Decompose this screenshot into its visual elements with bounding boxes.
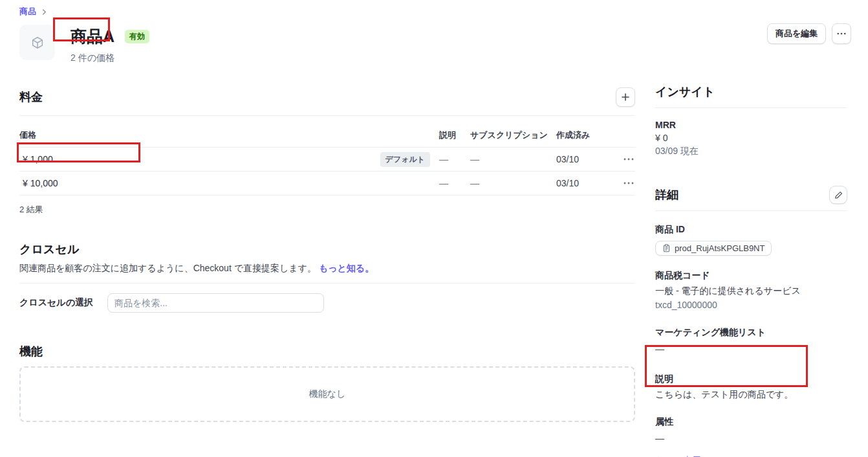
cube-icon [30,36,45,50]
product-search-input[interactable] [107,293,324,313]
row-overflow-menu-button[interactable] [622,155,635,163]
price-value: ¥ 10,000 [19,178,58,188]
tax-code-name: 一般 - 電子的に提供されるサービス [655,285,847,297]
edit-details-button[interactable] [829,186,847,204]
col-header-subscription: サブスクリプション [470,129,556,141]
insights-title: インサイト [655,84,715,100]
mrr-value: ¥ 0 [655,133,847,143]
clipboard-icon [662,244,671,252]
col-header-created: 作成済み [556,129,609,141]
features-title: 機能 [19,344,635,359]
marketing-features-value: — [655,344,847,354]
col-header-description: 説明 [439,129,470,141]
pricing-section-header: 料金 [19,87,635,116]
plus-icon [621,93,630,102]
main-column: 商品 商品A 有効 2 件の価格 [19,0,635,457]
row-overflow-menu-button[interactable] [622,179,635,187]
product-detail-page: 商品 商品A 有効 2 件の価格 [0,0,868,457]
pricing-title: 料金 [19,89,43,105]
more-actions-button[interactable] [832,23,851,44]
description-value: こちらは、テスト用の商品です。 [655,389,847,401]
pricing-table-header: 価格 説明 サブスクリプション 作成済み [19,129,635,148]
details-section-header: 詳細 [655,186,847,211]
right-sidebar: インサイト MRR ¥ 0 03/09 現在 詳細 商品 ID prod_Ruj… [655,84,847,457]
price-row[interactable]: ¥ 10,000 — — 03/10 [19,172,635,195]
ellipsis-icon [624,182,634,184]
pencil-icon [834,191,843,199]
breadcrumb-products-link[interactable]: 商品 [19,6,36,17]
attributes-label: 属性 [655,416,847,428]
description-label: 説明 [655,373,847,385]
product-id-label: 商品 ID [655,224,847,236]
cross-sell-select-label: クロスセルの選択 [19,297,107,309]
details-title: 詳細 [655,187,678,203]
attributes-value: — [655,433,847,443]
col-header-price: 価格 [19,129,36,141]
chevron-right-icon [41,9,47,15]
header-actions: 商品を編集 [767,23,851,44]
insights-section-header: インサイト [655,84,847,108]
price-subscription: — [470,154,556,164]
product-header: 商品A 有効 2 件の価格 [19,25,635,64]
cross-sell-select-row: クロスセルの選択 [19,293,635,313]
mrr-date: 03/09 現在 [655,146,847,157]
product-id-value: prod_RujAtsKPGLB9NT [675,243,765,253]
price-description: — [439,154,470,164]
page-title: 商品A [65,26,114,47]
product-title-block: 商品A 有効 2 件の価格 [65,25,149,64]
add-price-button[interactable] [616,87,635,107]
status-badge: 有効 [125,30,149,43]
price-description: — [439,178,470,188]
divider [19,283,635,284]
edit-product-button[interactable]: 商品を編集 [767,23,826,44]
tax-code-label: 商品税コード [655,270,847,282]
price-value: ¥ 1,000 [19,154,53,164]
price-row[interactable]: ¥ 1,000 デフォルト — — 03/10 [19,148,635,172]
cross-sell-description: 関連商品を顧客の注文に追加するように、Checkout で直接提案します。 もっ… [19,263,635,274]
cross-sell-description-text: 関連商品を顧客の注文に追加するように、Checkout で直接提案します。 [19,263,316,273]
price-count-subtitle: 2 件の価格 [65,52,149,64]
features-empty-text: 機能なし [309,388,346,400]
price-created: 03/10 [556,178,609,188]
features-empty-state: 機能なし [19,366,635,422]
product-thumbnail [19,25,55,60]
breadcrumb: 商品 [19,0,635,17]
price-subscription: — [470,178,556,188]
ellipsis-icon [624,158,634,161]
ellipsis-icon [837,32,846,35]
price-created: 03/10 [556,154,609,164]
mrr-label: MRR [655,120,847,130]
tax-code-value: txcd_10000000 [655,300,847,310]
product-id-copy-button[interactable]: prod_RujAtsKPGLB9NT [655,241,772,256]
results-count: 2 結果 [19,204,635,216]
marketing-features-label: マーケティング機能リスト [655,327,847,339]
cross-sell-title: クロスセル [19,241,635,257]
default-badge: デフォルト [380,152,430,167]
learn-more-link[interactable]: もっと知る。 [319,263,374,273]
